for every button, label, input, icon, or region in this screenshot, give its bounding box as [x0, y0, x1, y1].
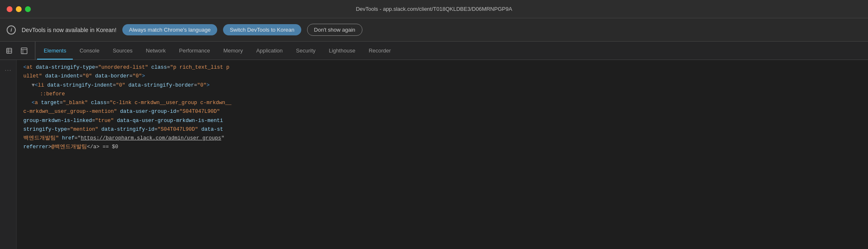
- code-line: <at data-stringify-type="unordered-list"…: [23, 63, 861, 72]
- code-line: stringify-type="mention" data-stringify-…: [23, 125, 861, 134]
- code-line: ▼ <li data-stringify-indent="0" data-str…: [32, 81, 861, 90]
- dont-show-again-button[interactable]: Don't show again: [307, 24, 362, 36]
- tab-bar: Elements Console Sources Network Perform…: [0, 42, 868, 60]
- close-button[interactable]: [7, 6, 12, 12]
- tab-recorder[interactable]: Recorder: [362, 42, 397, 60]
- info-icon: i: [7, 25, 16, 35]
- code-line: ::before: [40, 90, 861, 99]
- maximize-button[interactable]: [25, 6, 31, 12]
- cursor-icon[interactable]: [3, 45, 15, 57]
- left-sidebar: ...: [0, 60, 17, 249]
- ellipsis-icon: ...: [5, 65, 11, 72]
- code-editor[interactable]: <at data-stringify-type="unordered-list"…: [17, 60, 868, 249]
- info-bar: i DevTools is now available in Korean! A…: [0, 18, 868, 42]
- tab-icon-group: [3, 42, 35, 60]
- svg-rect-4: [21, 48, 27, 54]
- title-bar: DevTools - app.slack.com/client/T018QKLD…: [0, 0, 868, 18]
- code-line: 백엔드개발팀" href="https://baropharm.slack.co…: [23, 134, 861, 143]
- code-line: group-mrkdwn-is-linked="true" data-qa-us…: [23, 117, 861, 125]
- code-panel: ... <at data-stringify-type="unordered-l…: [0, 60, 868, 249]
- code-line: c-mrkdwn__user_group--mention" data-user…: [23, 107, 861, 116]
- switch-to-korean-button[interactable]: Switch DevTools to Korean: [223, 24, 301, 35]
- tab-console[interactable]: Console: [73, 42, 106, 60]
- minimize-button[interactable]: [16, 6, 22, 12]
- tab-elements[interactable]: Elements: [37, 42, 73, 60]
- tab-performance[interactable]: Performance: [172, 42, 216, 60]
- traffic-lights: [7, 6, 31, 12]
- tab-lighthouse[interactable]: Lighthouse: [322, 42, 362, 60]
- info-message: DevTools is now available in Korean!: [22, 27, 117, 33]
- tab-sources[interactable]: Sources: [106, 42, 139, 60]
- inspect-icon[interactable]: [18, 45, 30, 57]
- tab-security[interactable]: Security: [289, 42, 322, 60]
- window-title: DevTools - app.slack.com/client/T018QKLD…: [356, 6, 512, 12]
- tab-application[interactable]: Application: [250, 42, 290, 60]
- always-match-language-button[interactable]: Always match Chrome's language: [122, 24, 217, 35]
- code-line: <a target="_blank" class="c-link c-mrkdw…: [32, 99, 861, 107]
- code-line: ullet" data-indent="0" data-border="0">: [23, 72, 861, 81]
- tab-network[interactable]: Network: [139, 42, 173, 60]
- code-line: referrer>@백엔드개발팀</a> == $0: [23, 143, 861, 152]
- svg-rect-0: [7, 48, 12, 53]
- tab-memory[interactable]: Memory: [217, 42, 250, 60]
